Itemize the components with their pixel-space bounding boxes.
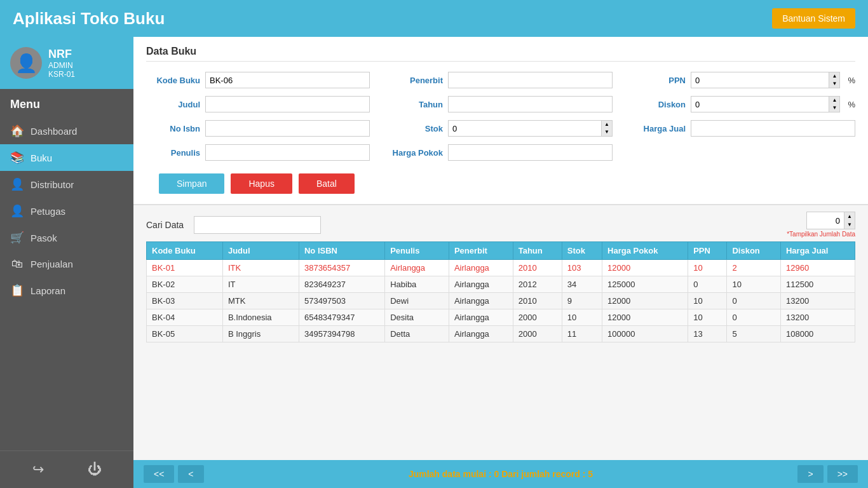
ppn-spinner-btns: ▲ ▼ <box>829 72 840 88</box>
no-isbn-row: No Isbn <box>146 120 370 137</box>
content-area: Data Buku Kode Buku Judul No Isbn <box>133 37 868 488</box>
penulis-input[interactable] <box>205 144 370 161</box>
search-input[interactable] <box>194 216 321 234</box>
sidebar-item-dashboard[interactable]: 🏠 Dashboard <box>0 118 133 144</box>
pagination-right: > >> <box>797 465 858 483</box>
help-button[interactable]: Bantuan Sistem <box>772 8 855 29</box>
stok-down-btn[interactable]: ▼ <box>602 128 612 136</box>
sidebar: 👤 NRF ADMIN KSR-01 Menu 🏠 Dashboard 📚 Bu… <box>0 37 133 488</box>
kode-buku-input[interactable] <box>205 72 370 88</box>
no-isbn-input[interactable] <box>205 120 370 137</box>
sidebar-item-petugas[interactable]: 👤 Petugas <box>0 198 133 224</box>
data-buku-panel: Data Buku Kode Buku Judul No Isbn <box>133 37 868 205</box>
ppn-up-btn[interactable]: ▲ <box>829 72 839 80</box>
judul-input[interactable] <box>205 96 370 112</box>
panel-title: Data Buku <box>146 46 855 62</box>
prev-page-button[interactable]: < <box>178 465 203 483</box>
avatar-icon: 👤 <box>15 53 37 74</box>
table-header: Kode Buku Judul No ISBN Penulis Penerbit… <box>147 242 855 260</box>
table-row[interactable]: BK-02IT823649237HabibaAirlangga201234125… <box>147 276 855 293</box>
pasok-icon: 🛒 <box>10 231 24 245</box>
table-section: Cari Data ▲ ▼ *Tampilkan Jumlah Data <box>133 205 868 460</box>
table-row[interactable]: BK-04B.Indonesia65483479347DesitaAirlang… <box>147 309 855 326</box>
harga-pokok-label: Harga Pokok <box>389 148 443 158</box>
harga-pokok-row: Harga Pokok <box>389 144 613 161</box>
batal-button[interactable]: Batal <box>299 173 355 194</box>
show-count-up-btn[interactable]: ▲ <box>844 212 855 220</box>
harga-jual-row: Harga Jual <box>632 120 855 137</box>
first-page-button[interactable]: << <box>144 465 174 483</box>
sidebar-item-pasok[interactable]: 🛒 Pasok <box>0 224 133 251</box>
pagination-left: << < <box>144 465 204 483</box>
col-penulis: Penulis <box>385 242 449 260</box>
col-diskon: Diskon <box>727 242 781 260</box>
main-layout: 👤 NRF ADMIN KSR-01 Menu 🏠 Dashboard 📚 Bu… <box>0 37 868 488</box>
sidebar-item-label-laporan: Laporan <box>31 285 65 296</box>
ppn-down-btn[interactable]: ▼ <box>829 80 839 88</box>
col-no-isbn: No ISBN <box>299 242 384 260</box>
sidebar-item-label-penjualan: Penjualan <box>31 259 73 269</box>
table-row[interactable]: BK-05B Inggris34957394798DettaAirlangga2… <box>147 326 855 342</box>
diskon-unit: % <box>848 100 855 109</box>
search-label: Cari Data <box>146 220 184 230</box>
ppn-row: PPN ▲ ▼ % <box>632 72 855 88</box>
diskon-down-btn[interactable]: ▼ <box>829 104 839 112</box>
dashboard-icon: 🏠 <box>10 124 24 138</box>
ppn-unit: % <box>848 76 855 85</box>
penulis-label: Penulis <box>146 148 200 158</box>
sidebar-item-label-pasok: Pasok <box>31 233 57 243</box>
diskon-label: Diskon <box>632 100 686 109</box>
simpan-button[interactable]: Simpan <box>159 173 224 194</box>
stok-input[interactable] <box>448 120 602 137</box>
diskon-input[interactable] <box>691 96 829 112</box>
table-row[interactable]: BK-03MTK573497503DewiAirlangga2010912000… <box>147 293 855 309</box>
col-penerbit: Penerbit <box>449 242 513 260</box>
kode-buku-label: Kode Buku <box>146 76 200 85</box>
col-harga-jual: Harga Jual <box>780 242 855 260</box>
sidebar-item-label-dashboard: Dashboard <box>31 126 77 137</box>
last-page-button[interactable]: >> <box>827 465 858 483</box>
app-title: Aplikasi Toko Buku <box>13 9 165 29</box>
col-judul: Judul <box>222 242 299 260</box>
stok-up-btn[interactable]: ▲ <box>602 121 612 128</box>
header: Aplikasi Toko Buku Bantuan Sistem <box>0 0 868 37</box>
buku-icon: 📚 <box>10 151 24 165</box>
search-row: Cari Data ▲ ▼ *Tampilkan Jumlah Data <box>146 212 855 238</box>
next-page-button[interactable]: > <box>797 465 823 483</box>
table-container: Kode Buku Judul No ISBN Penulis Penerbit… <box>146 241 855 454</box>
stok-row: Stok ▲ ▼ <box>389 120 613 137</box>
sidebar-item-distributor[interactable]: 👤 Distributor <box>0 171 133 198</box>
user-id: KSR-01 <box>48 70 75 79</box>
diskon-up-btn[interactable]: ▲ <box>829 97 839 104</box>
power-icon[interactable]: ⏻ <box>88 461 102 478</box>
show-count-down-btn[interactable]: ▼ <box>844 220 855 229</box>
penerbit-input[interactable] <box>448 72 613 88</box>
user-name: NRF <box>48 48 75 61</box>
table-row[interactable]: BK-01ITK3873654357AirlanggaAirlangga2010… <box>147 260 855 276</box>
tahun-input[interactable] <box>448 96 613 112</box>
sidebar-item-penjualan[interactable]: 🛍 Penjualan <box>0 251 133 277</box>
col-kode-buku: Kode Buku <box>147 242 223 260</box>
ppn-label: PPN <box>632 76 686 85</box>
sidebar-item-buku[interactable]: 📚 Buku <box>0 144 133 171</box>
ppn-spinner: ▲ ▼ <box>691 72 840 88</box>
laporan-icon: 📋 <box>10 283 24 297</box>
sidebar-item-label-petugas: Petugas <box>31 206 65 217</box>
ppn-input[interactable] <box>691 72 829 88</box>
logout-icon[interactable]: ↪ <box>32 461 44 478</box>
tahun-row: Tahun <box>389 96 613 112</box>
hapus-button[interactable]: Hapus <box>231 173 292 194</box>
judul-label: Judul <box>146 100 200 109</box>
col-stok: Stok <box>562 242 602 260</box>
harga-pokok-input[interactable] <box>448 144 613 161</box>
harga-jual-input[interactable] <box>691 120 855 137</box>
col-ppn: PPN <box>688 242 727 260</box>
no-isbn-label: No Isbn <box>146 124 200 133</box>
sidebar-bottom: ↪ ⏻ <box>0 451 133 488</box>
sidebar-item-laporan[interactable]: 📋 Laporan <box>0 277 133 304</box>
petugas-icon: 👤 <box>10 204 24 218</box>
show-count-input[interactable] <box>806 212 844 229</box>
sidebar-item-label-distributor: Distributor <box>31 179 74 190</box>
button-row: Simpan Hapus Batal <box>146 173 855 194</box>
diskon-spinner-btns: ▲ ▼ <box>829 96 840 112</box>
